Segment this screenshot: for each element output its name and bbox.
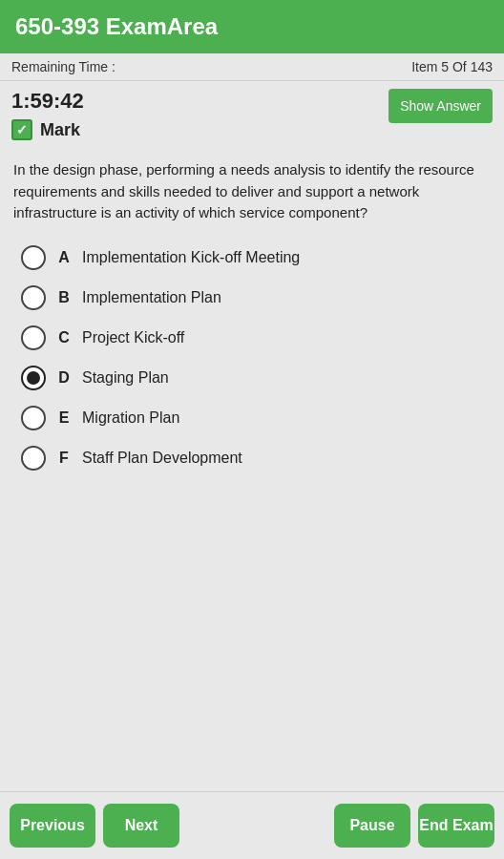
option-letter-b: B: [55, 289, 73, 306]
option-radio-b: [21, 285, 46, 310]
end-exam-button[interactable]: End Exam: [418, 804, 494, 848]
option-row[interactable]: BImplementation Plan: [13, 280, 491, 316]
option-row[interactable]: EMigration Plan: [13, 400, 491, 436]
question-area: In the design phase, performing a needs …: [0, 148, 504, 791]
option-text-f: Staff Plan Development: [82, 450, 242, 467]
timer-row: 1:59:42 ✓ Mark Show Answer: [0, 81, 504, 148]
mark-checkbox[interactable]: ✓: [11, 119, 32, 140]
pause-button[interactable]: Pause: [334, 804, 410, 848]
option-letter-e: E: [55, 409, 73, 427]
option-row[interactable]: AImplementation Kick-off Meeting: [13, 240, 491, 276]
option-letter-f: F: [55, 450, 73, 467]
mark-label: Mark: [40, 120, 80, 140]
previous-button[interactable]: Previous: [10, 804, 95, 848]
option-text-d: Staging Plan: [82, 369, 169, 387]
item-counter: Item 5 Of 143: [411, 59, 493, 74]
option-text-b: Implementation Plan: [82, 289, 221, 306]
options-list: AImplementation Kick-off MeetingBImpleme…: [13, 240, 491, 476]
question-text: In the design phase, performing a needs …: [13, 159, 491, 224]
option-radio-d: [21, 366, 46, 390]
option-text-a: Implementation Kick-off Meeting: [82, 249, 300, 266]
option-radio-a: [21, 245, 46, 270]
app-title: 650-393 ExamArea: [15, 13, 218, 40]
option-text-c: Project Kick-off: [82, 329, 184, 346]
footer: Previous Next Pause End Exam: [0, 791, 504, 859]
option-radio-c: [21, 325, 46, 350]
remaining-time-label: Remaining Time :: [11, 59, 116, 74]
next-button[interactable]: Next: [103, 804, 179, 848]
option-letter-c: C: [55, 329, 73, 346]
info-bar: Remaining Time : Item 5 Of 143: [0, 53, 504, 81]
footer-right-buttons: Pause End Exam: [334, 804, 494, 848]
option-row[interactable]: DStaging Plan: [13, 360, 491, 396]
option-text-e: Migration Plan: [82, 409, 179, 427]
option-radio-f: [21, 446, 46, 471]
timer-display: 1:59:42: [11, 89, 84, 114]
option-row[interactable]: FStaff Plan Development: [13, 440, 491, 476]
header: 650-393 ExamArea: [0, 0, 504, 53]
mark-row[interactable]: ✓ Mark: [11, 119, 84, 140]
option-letter-a: A: [55, 249, 73, 266]
show-answer-button[interactable]: Show Answer: [388, 89, 493, 123]
option-letter-d: D: [55, 369, 73, 387]
option-row[interactable]: CProject Kick-off: [13, 320, 491, 356]
option-radio-e: [21, 406, 46, 430]
timer-mark-column: 1:59:42 ✓ Mark: [11, 89, 84, 140]
